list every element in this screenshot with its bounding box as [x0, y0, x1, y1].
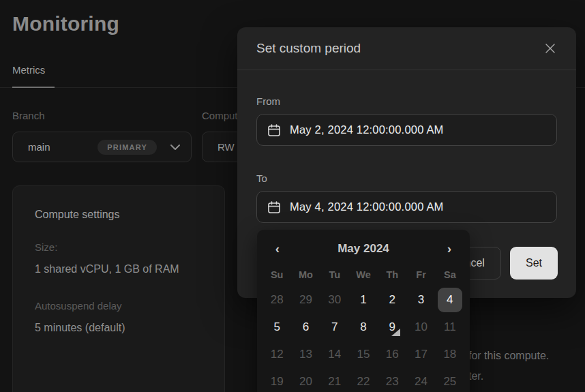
calendar-day-number: 10	[409, 315, 434, 340]
calendar-day[interactable]: 20	[291, 368, 320, 392]
calendar-day[interactable]: 17	[406, 341, 435, 368]
calendar-weekday: Th	[378, 265, 406, 285]
calendar-day[interactable]: 25	[436, 368, 464, 392]
calendar-week-row: 2829301234	[262, 286, 464, 314]
calendar-icon	[267, 200, 282, 215]
calendar-day-number: 1	[351, 288, 376, 312]
calendar-day[interactable]: 12	[262, 341, 291, 368]
calendar-day-number: 25	[438, 370, 462, 392]
prev-month-icon[interactable]: ‹	[269, 241, 286, 257]
calendar-month-label: May 2024	[286, 242, 441, 256]
calendar-day[interactable]: 10	[406, 314, 435, 341]
primary-badge: PRIMARY	[97, 140, 157, 155]
calendar-day-number: 16	[380, 342, 404, 367]
calendar-day-number: 21	[322, 370, 347, 392]
calendar-day-number: 7	[322, 315, 347, 340]
calendar-day[interactable]: 5	[262, 314, 291, 341]
calendar-day[interactable]: 1	[349, 286, 378, 314]
calendar-day[interactable]: 29	[291, 286, 320, 314]
modal-header: Set custom period	[237, 27, 576, 70]
calendar-day[interactable]: 2	[378, 286, 406, 314]
calendar-day[interactable]: 23	[378, 368, 406, 392]
calendar-day[interactable]: 6	[291, 314, 320, 341]
calendar-day-number: 23	[380, 370, 404, 392]
compute-settings-title: Compute settings	[35, 209, 120, 221]
compute-value: RW	[217, 141, 235, 153]
calendar-day-number: 18	[438, 342, 462, 367]
calendar-weekday: We	[349, 265, 378, 285]
active-tab-indicator	[12, 87, 55, 88]
calendar-day[interactable]: 28	[262, 286, 291, 314]
calendar-day-number: 11	[438, 315, 462, 340]
calendar-day-number: 15	[351, 342, 376, 367]
calendar-popup: ‹ May 2024 › SuMoTuWeThFrSa 282930123456…	[257, 230, 470, 392]
branch-value: main	[28, 141, 50, 153]
calendar-day[interactable]: 9	[378, 314, 406, 341]
page-title: Monitoring	[12, 12, 119, 35]
next-month-icon[interactable]: ›	[441, 241, 457, 257]
background-text-fragment: ter.	[468, 370, 483, 382]
from-label: From	[256, 95, 280, 107]
calendar-day-number: 20	[293, 370, 318, 392]
calendar-day[interactable]: 3	[406, 286, 435, 314]
calendar-day-number: 14	[322, 342, 347, 367]
calendar-header: ‹ May 2024 ›	[262, 239, 464, 259]
calendar-week-row: 19202122232425	[262, 368, 464, 392]
calendar-day[interactable]: 30	[320, 286, 349, 314]
calendar-day-number: 17	[409, 342, 434, 367]
modal-title: Set custom period	[256, 41, 361, 56]
size-label: Size:	[35, 241, 57, 253]
calendar-day-number: 6	[293, 315, 318, 340]
calendar-day-number: 3	[409, 288, 434, 312]
branch-label: Branch	[12, 110, 45, 121]
from-value: May 2, 2024 12:00:00.000 AM	[290, 123, 444, 136]
calendar-day[interactable]: 19	[262, 368, 291, 392]
to-label: To	[256, 172, 267, 184]
calendar-day[interactable]: 15	[349, 341, 378, 368]
calendar-day-number: 30	[322, 288, 347, 312]
calendar-day[interactable]: 8	[349, 314, 378, 341]
calendar-day[interactable]: 21	[320, 368, 349, 392]
calendar-day-number: 29	[293, 288, 318, 312]
calendar-weekday: Sa	[436, 265, 464, 285]
calendar-day-number: 22	[351, 370, 376, 392]
autosuspend-label: Autosuspend delay	[35, 300, 122, 312]
background-text-fragment: for this compute.	[468, 350, 549, 362]
tab-metrics[interactable]: Metrics	[12, 64, 45, 76]
calendar-day-number: 28	[265, 288, 289, 312]
size-value: 1 shared vCPU, 1 GB of RAM	[35, 263, 179, 275]
calendar-day-number: 4	[438, 288, 462, 312]
autosuspend-value: 5 minutes (default)	[35, 322, 125, 334]
calendar-weekday: Su	[262, 265, 291, 285]
calendar-week-row: 567891011	[262, 314, 464, 341]
close-icon[interactable]	[541, 39, 560, 58]
calendar-weekday: Tu	[320, 265, 349, 285]
calendar-day-number: 5	[265, 315, 289, 340]
calendar-weekday: Mo	[291, 265, 320, 285]
calendar-day[interactable]: 7	[320, 314, 349, 341]
from-input[interactable]: May 2, 2024 12:00:00.000 AM	[256, 114, 557, 146]
branch-select[interactable]: main PRIMARY	[12, 132, 192, 162]
calendar-day[interactable]: 16	[378, 341, 406, 368]
calendar-day[interactable]: 22	[349, 368, 378, 392]
chevron-down-icon	[170, 145, 180, 150]
calendar-week-row: 12131415161718	[262, 341, 464, 368]
calendar-day[interactable]: 24	[406, 368, 435, 392]
calendar-day[interactable]: 14	[320, 341, 349, 368]
calendar-day[interactable]: 11	[436, 314, 464, 341]
calendar-day[interactable]: 4	[436, 286, 464, 314]
calendar-grid: 2829301234567891011121314151617181920212…	[262, 286, 464, 392]
calendar-day-number: 13	[293, 342, 318, 367]
to-value: May 4, 2024 12:00:00.000 AM	[290, 200, 444, 213]
set-button[interactable]: Set	[510, 247, 558, 280]
calendar-weekday-row: SuMoTuWeThFrSa	[262, 265, 464, 285]
to-input[interactable]: May 4, 2024 12:00:00.000 AM	[256, 191, 557, 223]
calendar-day-number: 19	[265, 370, 289, 392]
calendar-weekday: Fr	[406, 265, 435, 285]
calendar-day[interactable]: 18	[436, 341, 464, 368]
calendar-day-number: 12	[265, 342, 289, 367]
calendar-day[interactable]: 13	[291, 341, 320, 368]
compute-settings-card: Compute settings Size: 1 shared vCPU, 1 …	[12, 185, 225, 392]
calendar-day-number: 24	[409, 370, 434, 392]
calendar-day-number: 8	[351, 315, 376, 340]
